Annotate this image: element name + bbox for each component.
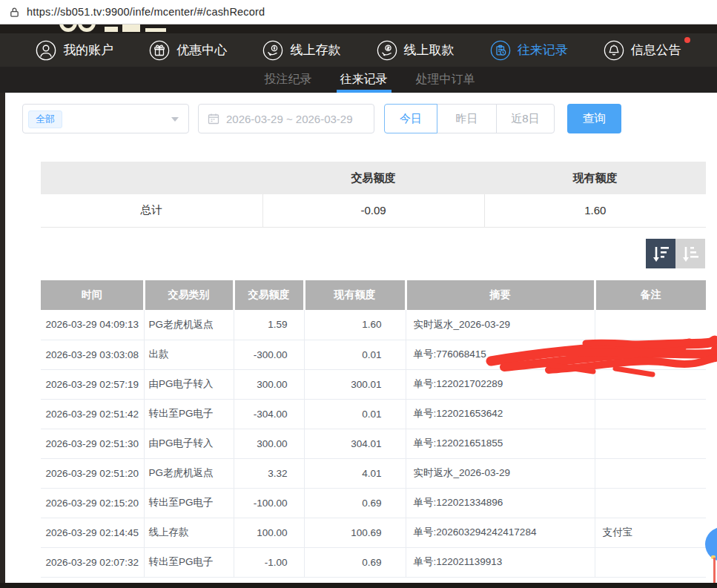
- cell-summary: 单号:202603294242417284: [406, 518, 595, 547]
- lock-icon: [9, 7, 20, 18]
- cell-time: 2026-03-29 02:07:32: [41, 547, 144, 577]
- table-row: 2026-03-29 02:14:45线上存款100.00100.69单号:20…: [41, 518, 706, 547]
- cell-type: PG老虎机返点: [144, 458, 234, 488]
- cell-amount: -300.00: [234, 340, 304, 369]
- browser-address-bar[interactable]: https://sb051.tv:9900/infe/mcenter/#/cas…: [0, 0, 717, 24]
- url-text: https://sb051.tv:9900/infe/mcenter/#/cas…: [27, 6, 265, 18]
- cell-summary: 单号:122021653642: [406, 399, 595, 429]
- table-row: 2026-03-29 02:15:20转出至PG电子-100.000.69单号:…: [41, 488, 706, 518]
- cell-summary: 单号:122021651855: [406, 429, 595, 458]
- header-note: 备注: [595, 280, 706, 310]
- cell-note: [595, 458, 706, 488]
- nav-label: 往来记录: [518, 42, 568, 59]
- header-amount: 交易额度: [234, 280, 304, 310]
- cell-type: 转出至PG电子: [144, 488, 234, 518]
- records-icon: [490, 40, 511, 61]
- cell-balance: 0.01: [304, 399, 406, 429]
- tab-pending-orders[interactable]: 处理中订单: [416, 67, 475, 93]
- logo-fragment-icon: [78, 24, 96, 32]
- date-range-value: 2026-03-29 ~ 2026-03-29: [226, 113, 353, 125]
- browser-window: https://sb051.tv:9900/infe/mcenter/#/cas…: [0, 0, 717, 588]
- nav-item-cash-records[interactable]: 往来记录: [490, 40, 568, 61]
- nav-item-my-account[interactable]: 我的账户: [36, 40, 113, 61]
- logo-fragment-icon: [122, 24, 140, 32]
- cell-amount: 300.00: [234, 429, 304, 458]
- today-button[interactable]: 今日: [384, 104, 437, 133]
- cell-amount: -100.00: [234, 488, 304, 518]
- gift-icon: [149, 40, 170, 61]
- main-nav: 我的账户 优惠中心 线上存款 线上取款: [0, 33, 717, 67]
- cell-type: 出款: [144, 340, 234, 369]
- chevron-down-icon: [171, 117, 179, 122]
- site-logo-strip: [0, 24, 717, 33]
- nav-label: 信息公告: [631, 42, 681, 59]
- transaction-type-select[interactable]: 全部: [22, 104, 189, 133]
- cell-balance: 1.60: [304, 310, 406, 340]
- cell-note: [595, 310, 706, 340]
- summary-total-label: 总计: [41, 194, 262, 227]
- table-row: 2026-03-29 03:03:08出款-300.000.01单号:77606…: [41, 340, 706, 369]
- logo-fragment-icon: [105, 27, 118, 32]
- cell-type: 由PG电子转入: [144, 429, 234, 458]
- selected-type-tag: 全部: [28, 110, 62, 128]
- summary-header-empty: [41, 162, 262, 194]
- cell-time: 2026-03-29 04:09:13: [41, 310, 144, 340]
- logo-fragment-icon: [145, 28, 166, 32]
- cell-note: [595, 547, 706, 577]
- cell-amount: -1.00: [234, 547, 304, 577]
- sort-descending-icon[interactable]: [646, 239, 675, 268]
- nav-item-deposit[interactable]: 线上存款: [262, 40, 340, 61]
- cell-note: 支付宝: [595, 518, 706, 547]
- summary-table: 交易额度 现有额度 总计 -0.09 1.60: [41, 162, 706, 228]
- cell-summary: 实时返水_2026-03-29: [406, 310, 595, 340]
- table-row: 2026-03-29 02:57:19由PG电子转入300.00300.01单号…: [41, 369, 706, 399]
- cell-summary: 实时返水_2026-03-29: [406, 458, 595, 488]
- logo-fragment-icon: [59, 24, 77, 32]
- cell-time: 2026-03-29 02:51:20: [41, 458, 144, 488]
- header-type: 交易类别: [144, 280, 234, 310]
- sort-ascending-icon[interactable]: [675, 239, 705, 268]
- yesterday-button[interactable]: 昨日: [437, 104, 497, 133]
- cell-balance: 0.69: [304, 547, 406, 577]
- cell-balance: 0.69: [304, 488, 406, 518]
- table-row: 2026-03-29 02:51:20PG老虎机返点3.324.01实时返水_2…: [41, 458, 706, 488]
- date-range-input[interactable]: 2026-03-29 ~ 2026-03-29: [198, 104, 374, 133]
- cell-summary: 单号:122021334896: [406, 488, 595, 518]
- sort-controls: [646, 239, 705, 268]
- cell-summary: 单号:122021139913: [406, 547, 595, 577]
- cell-type: PG老虎机返点: [144, 310, 234, 340]
- cell-balance: 304.01: [304, 429, 406, 458]
- nav-label: 线上取款: [404, 42, 455, 59]
- transactions-body: 2026-03-29 04:09:13PG老虎机返点1.591.60实时返水_2…: [41, 310, 706, 577]
- cell-note: [595, 340, 706, 369]
- cell-note: [595, 488, 706, 518]
- cell-balance: 300.01: [304, 369, 406, 399]
- nav-label: 我的账户: [63, 42, 113, 59]
- cell-balance: 0.01: [304, 340, 406, 369]
- tab-bet-records[interactable]: 投注纪录: [265, 67, 312, 93]
- summary-header-balance: 现有额度: [484, 162, 706, 194]
- page-edge-strip: [0, 583, 717, 588]
- cell-balance: 4.01: [304, 458, 406, 488]
- summary-balance-total: 1.60: [484, 194, 706, 227]
- floating-widget-fragment: [713, 558, 716, 586]
- page-edge-strip: [0, 93, 5, 588]
- header-balance: 现有额度: [304, 280, 406, 310]
- table-row: 2026-03-29 02:51:30由PG电子转入300.00304.01单号…: [41, 429, 706, 458]
- withdraw-icon: [377, 40, 397, 61]
- cell-time: 2026-03-29 02:51:30: [41, 429, 144, 458]
- tab-cash-records[interactable]: 往来记录: [340, 67, 388, 93]
- search-button[interactable]: 查询: [567, 104, 621, 133]
- last-8-days-button[interactable]: 近8日: [496, 104, 555, 133]
- cell-summary: 单号:776068415: [406, 340, 595, 369]
- nav-item-promotions[interactable]: 优惠中心: [149, 40, 227, 61]
- nav-label: 优惠中心: [176, 42, 227, 59]
- nav-item-announcements[interactable]: 信息公告: [604, 40, 681, 61]
- cell-time: 2026-03-29 02:51:42: [41, 399, 144, 429]
- summary-header-transaction: 交易额度: [262, 162, 484, 194]
- nav-item-withdraw[interactable]: 线上取款: [377, 40, 455, 61]
- cell-time: 2026-03-29 02:15:20: [41, 488, 144, 518]
- cell-amount: 1.59: [234, 310, 304, 340]
- nav-label: 线上存款: [290, 42, 340, 59]
- cell-note: [595, 399, 706, 429]
